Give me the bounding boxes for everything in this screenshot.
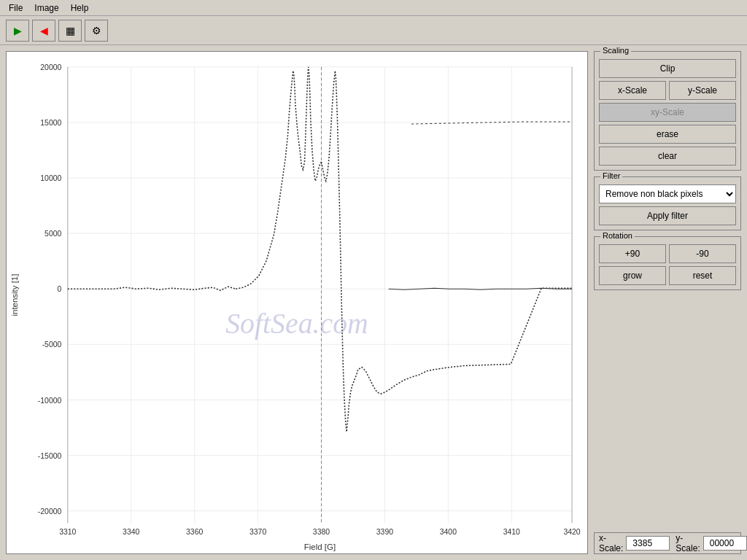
chart-container: 20000 15000 10000 5000 0 -5000 -10000 -1… [6, 51, 588, 554]
svg-text:3380: 3380 [313, 528, 330, 536]
svg-text:3310: 3310 [59, 528, 76, 536]
play-button[interactable]: ▶ [6, 20, 29, 42]
filter-section: Filter Remove non black pixels Apply fil… [594, 176, 741, 230]
svg-text:-15000: -15000 [38, 452, 62, 460]
svg-text:3400: 3400 [440, 528, 457, 536]
rotate-plus90-button[interactable]: +90 [599, 244, 666, 263]
menu-help[interactable]: Help [65, 1, 95, 15]
right-panel: Scaling Clip x-Scale y-Scale xy-Scale er… [594, 45, 747, 560]
toolbar: ▶ ◀ ▦ ⚙ [0, 16, 747, 45]
chart-svg: 20000 15000 10000 5000 0 -5000 -10000 -1… [7, 52, 587, 553]
grid-button[interactable]: ▦ [58, 20, 82, 42]
erase-button[interactable]: erase [599, 125, 736, 144]
svg-text:-20000: -20000 [38, 508, 62, 516]
main-area: 20000 15000 10000 5000 0 -5000 -10000 -1… [0, 45, 747, 560]
y-scale-label: y-Scale: [676, 533, 700, 553]
filter-label: Filter [600, 171, 622, 180]
x-scale-label: x-Scale: [599, 533, 623, 553]
svg-text:3390: 3390 [376, 528, 393, 536]
clip-button[interactable]: Clip [599, 59, 736, 78]
menu-image[interactable]: Image [28, 1, 64, 15]
record-button[interactable]: ◀ [32, 20, 55, 42]
svg-text:3410: 3410 [503, 528, 520, 536]
y-scale-value: 00000 [703, 536, 747, 551]
y-scale-button[interactable]: y-Scale [669, 81, 736, 100]
svg-text:3360: 3360 [186, 528, 203, 536]
settings-button[interactable]: ⚙ [85, 20, 108, 42]
filter-dropdown[interactable]: Remove non black pixels [599, 184, 736, 203]
scaling-label: Scaling [600, 46, 631, 55]
grow-button[interactable]: grow [599, 266, 666, 285]
rotation-section: Rotation +90 -90 grow reset [594, 236, 741, 290]
y-scale-field: y-Scale: 00000 [676, 533, 746, 553]
apply-filter-button[interactable]: Apply filter [599, 206, 736, 225]
clear-button[interactable]: clear [599, 147, 736, 166]
menubar: File Image Help [0, 0, 747, 16]
svg-text:-10000: -10000 [38, 397, 62, 405]
svg-text:20000: 20000 [40, 63, 61, 71]
svg-text:10000: 10000 [40, 174, 61, 182]
svg-text:15000: 15000 [40, 119, 61, 127]
svg-text:3420: 3420 [563, 528, 580, 536]
svg-text:3340: 3340 [123, 528, 139, 536]
svg-text:Field [G]: Field [G] [304, 542, 336, 551]
svg-text:SoftSea.com: SoftSea.com [225, 308, 368, 340]
svg-text:3370: 3370 [249, 528, 266, 536]
x-scale-value: 3385 [626, 536, 670, 551]
svg-text:0: 0 [58, 285, 62, 293]
rotation-label: Rotation [600, 231, 635, 240]
statusbar: x-Scale: 3385 y-Scale: 00000 [594, 532, 741, 554]
svg-text:-5000: -5000 [42, 341, 62, 349]
rotate-minus90-button[interactable]: -90 [669, 244, 736, 263]
menu-file[interactable]: File [3, 1, 28, 15]
xy-scale-button[interactable]: xy-Scale [599, 103, 736, 122]
svg-text:intensity [1]: intensity [1] [10, 274, 19, 316]
x-scale-button[interactable]: x-Scale [599, 81, 666, 100]
svg-text:5000: 5000 [44, 230, 61, 238]
reset-button[interactable]: reset [669, 266, 736, 285]
scaling-section: Scaling Clip x-Scale y-Scale xy-Scale er… [594, 51, 741, 171]
x-scale-field: x-Scale: 3385 [599, 533, 670, 553]
